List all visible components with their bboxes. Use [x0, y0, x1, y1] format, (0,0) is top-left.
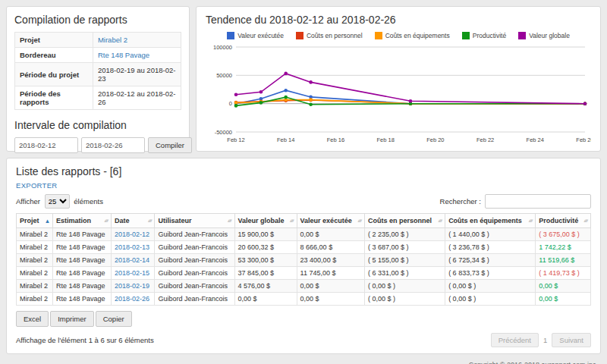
report-row: Mirabel 2Rte 148 Pavage2018-02-19Guibord… [17, 280, 591, 293]
date-link[interactable]: 2018-02-12 [111, 228, 155, 241]
imprimer-button[interactable]: Imprimer [50, 311, 93, 327]
legend-swatch [227, 32, 234, 39]
legend-item: Coûts en personnel [296, 32, 363, 39]
compilation-row-projet: Projet Mirabel 2 [15, 33, 181, 48]
date-link[interactable]: 2018-02-14 [111, 254, 155, 267]
cell-user: Guibord Jean-Francois [155, 293, 234, 306]
sort-both-icon: ▴▾ [439, 218, 442, 224]
cell-productivite: 0,00 $ [536, 280, 591, 293]
svg-text:Feb 24: Feb 24 [527, 136, 544, 143]
column-header-label: Productivité [539, 217, 578, 224]
cell-valeur-executee: 0,00 $ [297, 293, 364, 306]
cell-project: Mirabel 2 [17, 293, 53, 306]
cell-estimation: Rte 148 Pavage [53, 254, 112, 267]
cell-project: Mirabel 2 [17, 228, 53, 241]
report-row: Mirabel 2Rte 148 Pavage2018-02-14Guibord… [17, 254, 591, 267]
svg-text:Feb 16: Feb 16 [327, 136, 344, 143]
chart-legend: Valeur exécutéeCoûts en personnelCoûts e… [206, 32, 591, 39]
compile-button[interactable]: Compiler [148, 137, 192, 153]
export-link[interactable]: EXPORTER [16, 181, 58, 190]
cell-couts-equipements: ( 3 236,78 $ ) [445, 241, 536, 254]
cell-valeur-globale: 20 600,32 $ [234, 241, 297, 254]
previous-page-button[interactable]: Précédent [491, 333, 539, 347]
interval-end-input[interactable] [81, 137, 145, 153]
bordereau-link[interactable]: Rte 148 Pavage [98, 51, 149, 59]
sort-both-icon: ▴▾ [357, 218, 361, 224]
compilation-title: Compilation de rapports [14, 14, 181, 26]
column-header-8[interactable]: Productivité▴▾ [536, 214, 591, 228]
cell-estimation: Rte 148 Pavage [53, 228, 112, 241]
search-input[interactable] [485, 194, 591, 209]
cell-estimation: Rte 148 Pavage [53, 280, 112, 293]
legend-swatch [462, 32, 470, 39]
date-link[interactable]: 2018-02-19 [111, 280, 155, 293]
cell-valeur-globale: 53 300,00 $ [234, 254, 297, 267]
cell-valeur-executee: 8 666,00 $ [297, 241, 364, 254]
cell-valeur-globale: 37 845,00 $ [234, 267, 297, 280]
column-header-label: Coûts en personnel [368, 217, 432, 224]
cell-couts-personnel: ( 0,00 $ ) [365, 280, 445, 293]
cell-estimation: Rte 148 Pavage [53, 241, 112, 254]
trend-panel: Tendence du 2018-02-12 au 2018-02-26 Val… [196, 6, 601, 152]
page-length-select[interactable]: 25 [45, 194, 70, 209]
reports-body: Mirabel 2Rte 148 Pavage2018-02-12Guibord… [17, 228, 591, 306]
column-header-label: Coûts en équipements [448, 217, 522, 224]
cell-productivite: 11 519,66 $ [536, 254, 591, 267]
cell-couts-personnel: ( 3 687,00 $ ) [365, 241, 445, 254]
legend-item: Coûts en équipements [375, 32, 450, 39]
column-header-1[interactable]: Estimation▴▾ [53, 214, 112, 228]
column-header-4[interactable]: Valeur globale▴▾ [234, 214, 297, 228]
svg-text:Feb 14: Feb 14 [277, 136, 294, 143]
cell-valeur-globale: 0,00 $ [234, 293, 297, 306]
compilation-panel: Compilation de rapports Projet Mirabel 2… [6, 6, 190, 152]
column-header-3[interactable]: Utilisateur▴▾ [155, 214, 234, 228]
export-buttons: ExcelImprimerCopier [16, 311, 591, 327]
column-header-6[interactable]: Coûts en personnel▴▾ [365, 214, 445, 228]
table-info: Affichage de l'élément 1 à 6 sur 6 éléme… [16, 336, 154, 344]
cell-productivite: 1 742,22 $ [536, 241, 591, 254]
column-header-0[interactable]: Projet▲ [17, 214, 53, 228]
legend-swatch [518, 32, 526, 39]
compilation-row-periode-rapports: Période des rapports 2018-02-12 au 2018-… [15, 86, 181, 110]
search-control: Rechercher : [440, 194, 591, 209]
current-page-number[interactable]: 1 [542, 336, 549, 344]
cell-project: Mirabel 2 [17, 280, 53, 293]
legend-item: Productivité [462, 32, 506, 39]
reports-header-row: Projet▲Estimation▴▾Date▴▾Utilisateur▴▾Va… [17, 214, 591, 228]
trend-title: Tendence du 2018-02-12 au 2018-02-26 [206, 14, 591, 26]
cell-productivite: ( 3 675,00 $ ) [536, 228, 591, 241]
column-header-label: Date [115, 217, 130, 224]
sort-asc-icon: ▲ [45, 218, 49, 224]
cell-valeur-globale: 4 576,00 $ [234, 280, 297, 293]
projet-link[interactable]: Mirabel 2 [98, 36, 127, 44]
date-link[interactable]: 2018-02-13 [111, 241, 155, 254]
copier-button[interactable]: Copier [96, 311, 132, 327]
page-length-control: Afficher 25 éléments [16, 194, 103, 209]
date-link[interactable]: 2018-02-26 [111, 293, 155, 306]
date-link[interactable]: 2018-02-15 [111, 267, 155, 280]
cell-couts-equipements: ( 1 440,00 $ ) [445, 228, 536, 241]
interval-start-input[interactable] [14, 137, 78, 153]
svg-text:Feb 18: Feb 18 [376, 136, 394, 143]
excel-button[interactable]: Excel [16, 311, 49, 327]
cell-project: Mirabel 2 [17, 254, 53, 267]
periode-projet-value: 2018-02-19 au 2018-02-23 [93, 63, 181, 86]
sort-both-icon: ▴▾ [290, 218, 294, 224]
column-header-2[interactable]: Date▴▾ [111, 214, 155, 228]
compilation-row-periode-projet: Période du projet 2018-02-19 au 2018-02-… [15, 63, 181, 86]
cell-estimation: Rte 148 Pavage [53, 267, 112, 280]
column-header-5[interactable]: Valeur exécutée▴▾ [297, 214, 364, 228]
legend-swatch [296, 32, 304, 39]
next-page-button[interactable]: Suivant [552, 333, 591, 347]
sort-both-icon: ▴▾ [104, 218, 108, 224]
report-row: Mirabel 2Rte 148 Pavage2018-02-13Guibord… [17, 241, 591, 254]
copyright-text: Copyright © 2016-2018 aurapport.com inc. [6, 361, 601, 364]
svg-text:50000: 50000 [216, 72, 232, 79]
compilation-row-bordereau: Bordereau Rte 148 Pavage [15, 48, 181, 63]
column-header-7[interactable]: Coûts en équipements▴▾ [445, 214, 536, 228]
page: Compilation de rapports Projet Mirabel 2… [0, 0, 607, 364]
svg-text:0: 0 [229, 100, 232, 107]
cell-estimation: Rte 148 Pavage [53, 293, 112, 306]
svg-text:100000: 100000 [213, 44, 232, 51]
column-header-label: Estimation [56, 217, 91, 224]
